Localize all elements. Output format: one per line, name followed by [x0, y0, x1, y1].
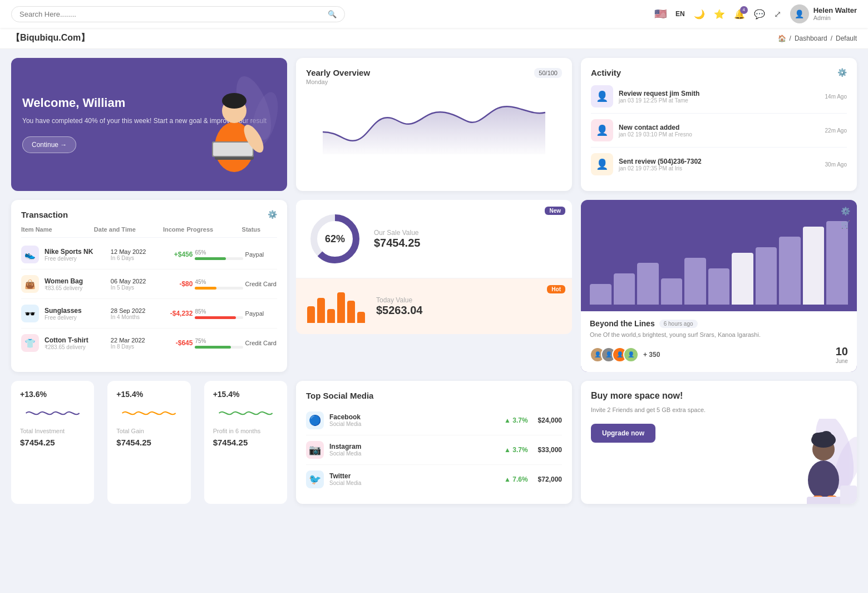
- nav-icons: 🇺🇸 EN 🌙 ⭐ 🔔 4 💬 ⤢ 👤 Helen Walter Admin: [654, 4, 857, 23]
- stat-value-0: $7454.25: [20, 438, 85, 447]
- star-icon[interactable]: ⭐: [714, 9, 725, 19]
- activity-ago-2: 30m Ago: [825, 161, 847, 168]
- stat-item-2: +15.4% Profit in 6 months $7454.25: [204, 381, 287, 504]
- avatar-4: 👤: [623, 347, 639, 362]
- stat-item-0: +13.6% Total Investment $7454.25: [11, 381, 94, 504]
- top-nav: 🔍 🇺🇸 EN 🌙 ⭐ 🔔 4 💬 ⤢ 👤 Helen Walter Admin: [0, 0, 868, 28]
- search-icon: 🔍: [328, 10, 337, 18]
- bar-rect-0: [590, 284, 611, 305]
- upgrade-subtitle: Invite 2 Friends and get 5 GB extra spac…: [591, 405, 847, 415]
- transaction-gear-icon[interactable]: ⚙️: [268, 210, 277, 219]
- bar-rect-9: [803, 227, 825, 305]
- activity-ago-1: 22m Ago: [825, 128, 847, 134]
- tx-income-col-3: -$645: [161, 339, 193, 347]
- tx-status-col-2: Paypal: [245, 310, 277, 317]
- yearly-subtitle: Monday: [306, 79, 370, 85]
- main-grid: Welcome, William You have completed 40% …: [0, 49, 868, 513]
- breadcrumb-dashboard[interactable]: Dashboard: [795, 35, 827, 42]
- beyond-section: Beyond the Lines 6 hours ago One Of the …: [581, 311, 857, 372]
- activity-item-title-1: New contact added: [619, 124, 820, 131]
- svg-rect-21: [840, 486, 857, 504]
- activity-item-meta-1: jan 02 19 03:10 PM at Fresno: [619, 131, 820, 138]
- bar-item: [732, 207, 753, 305]
- social-item: 🔵 Facebook Social Media ▲ 3.7% $24,000: [306, 406, 562, 435]
- moon-icon[interactable]: 🌙: [694, 9, 705, 19]
- home-icon[interactable]: 🏠: [778, 35, 786, 42]
- welcome-card: Welcome, William You have completed 40% …: [11, 58, 287, 191]
- stat-percent-1: +15.4%: [116, 390, 181, 399]
- tx-income-col-0: +$456: [161, 251, 193, 258]
- chart-cart-icon[interactable]: 🛒: [841, 220, 850, 229]
- beyond-meta: 👤 👤 👤 👤 + 350 10 June: [590, 345, 848, 364]
- breadcrumb-current: Default: [836, 35, 857, 42]
- tx-icon-1: 👜: [21, 275, 39, 293]
- tx-status-col-0: Paypal: [245, 251, 277, 258]
- welcome-illustration: [193, 58, 282, 191]
- bar-item: [708, 207, 730, 305]
- user-info[interactable]: 👤 Helen Walter Admin: [790, 4, 857, 23]
- beyond-subtitle: One Of the world,s brightest, young surf…: [590, 330, 848, 340]
- col-header-status: Status: [242, 226, 277, 233]
- social-val-1: $33,000: [538, 446, 562, 454]
- sale-value: $7454.25: [374, 237, 420, 249]
- beyond-time: 6 hours ago: [659, 320, 698, 328]
- expand-icon[interactable]: ⤢: [774, 9, 781, 19]
- svg-point-4: [222, 93, 246, 109]
- yearly-chart-svg: [306, 87, 562, 154]
- donut-chart: 62%: [307, 211, 363, 267]
- yearly-overview-card: Yearly Overview Monday 50/100: [296, 58, 572, 191]
- social-platform-0: Facebook: [329, 413, 499, 421]
- col-header-date: Date and Time: [94, 226, 147, 233]
- hot-badge: Hot: [547, 285, 565, 293]
- stat-wave-svg-0: [20, 402, 85, 424]
- social-val-0: $24,000: [538, 416, 562, 424]
- social-pct-2: ▲ 7.6%: [504, 476, 528, 483]
- tx-date-col-1: 06 May 2022 In 5 Days: [111, 278, 159, 291]
- bell-icon[interactable]: 🔔 4: [734, 9, 745, 19]
- activity-card: Activity ⚙️ 👤 Review request jim Smith j…: [581, 58, 857, 191]
- tx-progress-col-1: 45%: [195, 279, 243, 290]
- stat-wave-svg-2: [213, 402, 278, 424]
- bar-item: [661, 207, 683, 305]
- bar-rect-5: [708, 268, 730, 305]
- date-num: 10: [836, 345, 848, 358]
- bar-item: [590, 207, 611, 305]
- upgrade-button[interactable]: Upgrade now: [591, 424, 655, 443]
- activity-thumb-0: 👤: [591, 85, 613, 107]
- bar-rect-3: [661, 278, 683, 305]
- table-header: Item Name Date and Time Income Progress …: [21, 222, 277, 238]
- table-row: 🕶️ Sunglasses Free delivery 28 Sep 2022 …: [21, 299, 277, 329]
- stat-item-1: +15.4% Total Gain $7454.25: [107, 381, 190, 504]
- bar-item: [756, 207, 777, 305]
- activity-list: 👤 Review request jim Smith jan 03 19 12:…: [591, 80, 847, 181]
- social-title: Top Social Media: [306, 391, 562, 400]
- continue-button[interactable]: Continue →: [22, 136, 76, 153]
- social-pct-0: ▲ 3.7%: [504, 416, 528, 424]
- breadcrumb-sep1: /: [790, 35, 791, 42]
- activity-item-0: 👤 Review request jim Smith jan 03 19 12:…: [591, 80, 847, 114]
- avatar: 👤: [790, 4, 809, 23]
- today-label: Today Value: [376, 296, 422, 304]
- transaction-card: Transaction ⚙️ Item Name Date and Time I…: [11, 200, 287, 372]
- svg-rect-7: [213, 143, 253, 156]
- breadcrumb: 🏠 / Dashboard / Default: [778, 35, 857, 42]
- stat-percent-2: +15.4%: [213, 390, 278, 399]
- stats-row: +13.6% Total Investment $7454.25 +15.4% …: [11, 381, 287, 504]
- sale-column: New 62% Our Sale Value $7454.25 Hot: [296, 200, 572, 372]
- chart-settings-icon[interactable]: ⚙️: [841, 207, 850, 215]
- tx-date-col-3: 22 Mar 2022 In 8 Days: [111, 337, 159, 350]
- col-header-income: Income: [149, 226, 184, 233]
- activity-thumb-1: 👤: [591, 119, 613, 141]
- chat-icon[interactable]: 💬: [754, 9, 765, 19]
- search-bar[interactable]: 🔍: [11, 6, 345, 22]
- activity-gear-icon[interactable]: ⚙️: [837, 68, 847, 77]
- social-type-0: Social Media: [329, 421, 499, 427]
- social-val-2: $72,000: [538, 476, 562, 483]
- tx-name-col-0: Nike Sports NK Free delivery: [45, 248, 108, 262]
- search-input[interactable]: [19, 10, 323, 18]
- notification-badge: 4: [740, 6, 748, 14]
- yearly-card-header: Yearly Overview Monday 50/100: [306, 68, 562, 85]
- activity-item-title-2: Sent review (504)236-7302: [619, 158, 820, 165]
- sale-label: Our Sale Value: [374, 229, 420, 237]
- tx-icon-2: 🕶️: [21, 305, 39, 322]
